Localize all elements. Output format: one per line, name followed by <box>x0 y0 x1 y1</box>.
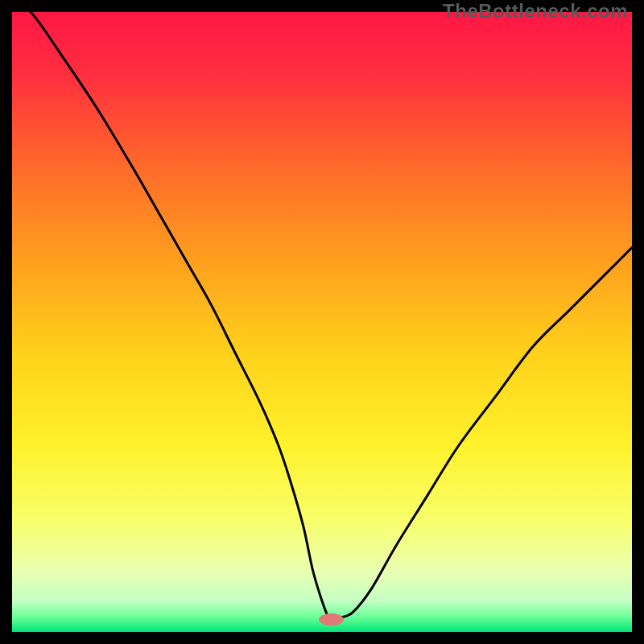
watermark-text: TheBottleneck.com <box>443 0 628 23</box>
bottleneck-chart <box>12 12 632 632</box>
optimal-marker <box>319 613 344 625</box>
plot-area <box>12 12 632 632</box>
gradient-background <box>12 12 632 632</box>
chart-stage: TheBottleneck.com <box>0 0 644 644</box>
